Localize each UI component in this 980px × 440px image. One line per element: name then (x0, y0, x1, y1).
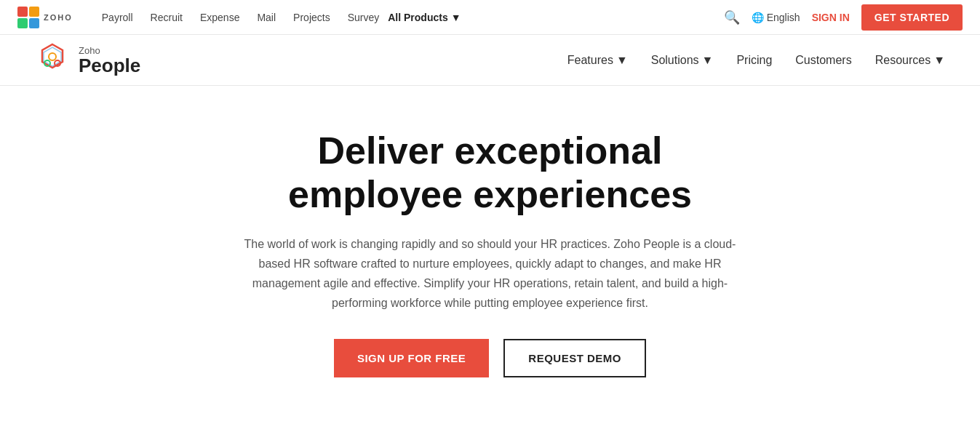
nav-resources[interactable]: Resources ▼ (875, 54, 945, 67)
topnav-payroll[interactable]: Payroll (93, 12, 142, 23)
brand-logo-link[interactable]: Zoho People (35, 43, 140, 78)
request-demo-button[interactable]: REQUEST DEMO (503, 339, 646, 377)
all-products-button[interactable]: All Products ▼ (388, 12, 461, 23)
hero-title: Deliver exceptional employee experiences (178, 129, 803, 217)
top-bar: ZOHO Payroll Recruit Expense Mail Projec… (0, 0, 980, 35)
search-button[interactable]: 🔍 (724, 9, 740, 25)
chevron-down-icon: ▼ (451, 12, 461, 23)
nav-customers[interactable]: Customers (795, 54, 851, 67)
solutions-chevron-icon: ▼ (702, 54, 714, 67)
nav-solutions[interactable]: Solutions ▼ (651, 54, 714, 67)
brand-name: Zoho People (79, 45, 140, 75)
resources-chevron-icon: ▼ (933, 54, 945, 67)
features-chevron-icon: ▼ (616, 54, 628, 67)
zoho-logo[interactable]: ZOHO (17, 7, 73, 28)
nav-features[interactable]: Features ▼ (567, 54, 628, 67)
zoho-squares (17, 7, 39, 28)
topnav-projects[interactable]: Projects (284, 12, 339, 23)
zoho-brand-text: ZOHO (44, 13, 73, 22)
search-icon: 🔍 (724, 10, 740, 25)
sq-red (17, 7, 28, 17)
language-label: English (767, 12, 800, 23)
top-bar-right: 🔍 🌐 English SIGN IN GET STARTED (724, 4, 963, 31)
topnav-survey[interactable]: Survey (339, 12, 389, 23)
hero-buttons: SIGN UP FOR FREE REQUEST DEMO (178, 339, 803, 377)
signin-button[interactable]: SIGN IN (812, 12, 850, 23)
globe-icon: 🌐 (752, 12, 764, 23)
sq-orange (29, 7, 39, 17)
signup-button[interactable]: SIGN UP FOR FREE (334, 339, 489, 377)
language-selector[interactable]: 🌐 English (752, 12, 800, 23)
main-nav-links: Features ▼ Solutions ▼ Pricing Customers… (567, 54, 945, 67)
get-started-button[interactable]: GET STARTED (861, 4, 963, 31)
topnav-expense[interactable]: Expense (191, 12, 248, 23)
people-logo-icon (35, 43, 70, 78)
sq-green (17, 18, 28, 28)
topnav-recruit[interactable]: Recruit (142, 12, 191, 23)
sq-blue (29, 18, 39, 28)
brand-main-label: People (79, 56, 140, 75)
svg-point-2 (49, 53, 56, 60)
hero-section: Deliver exceptional employee experiences… (163, 86, 818, 440)
main-nav: Zoho People Features ▼ Solutions ▼ Prici… (0, 35, 980, 86)
hero-subtitle: The world of work is changing rapidly an… (243, 234, 738, 313)
nav-pricing[interactable]: Pricing (736, 54, 772, 67)
top-bar-left: ZOHO Payroll Recruit Expense Mail Projec… (17, 7, 461, 28)
topnav-mail[interactable]: Mail (248, 12, 284, 23)
all-products-label: All Products (388, 12, 447, 23)
